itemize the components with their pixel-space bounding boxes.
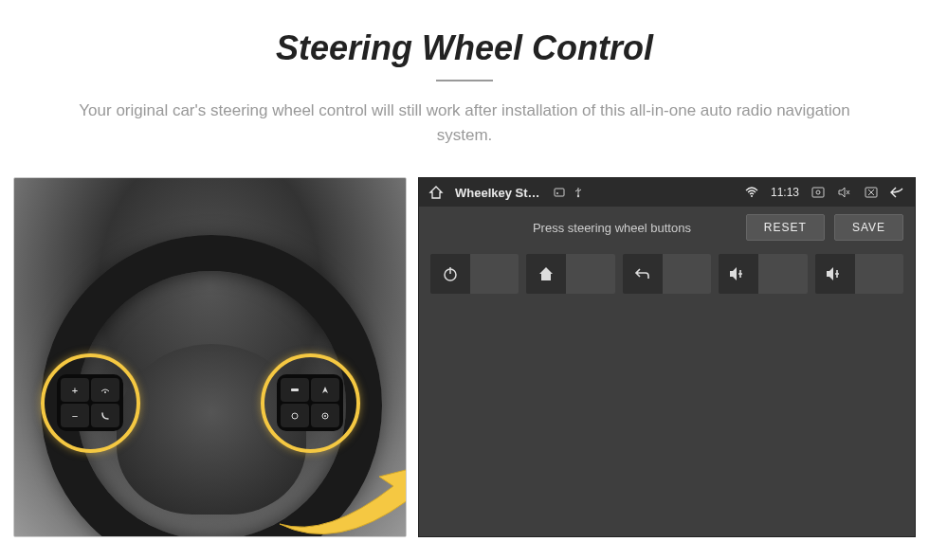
home-key-icon: [526, 254, 566, 294]
key-row: [419, 248, 915, 299]
wifi-icon: [744, 185, 759, 200]
head-unit-screen: Wheelkey St… 11:13: [418, 177, 916, 537]
key-assignment-empty: [758, 254, 807, 294]
key-slot-volume-a[interactable]: [719, 254, 807, 294]
page-subtitle: Your original car's steering wheel contr…: [76, 99, 853, 147]
key-slot-power[interactable]: [430, 254, 519, 294]
svg-point-6: [556, 192, 558, 194]
save-button[interactable]: SAVE: [834, 214, 903, 241]
media-icon: [552, 185, 567, 200]
content-row: + −: [0, 166, 929, 545]
page-title: Steering Wheel Control: [38, 28, 891, 68]
mute-icon[interactable]: [837, 185, 852, 200]
svg-point-10: [816, 190, 820, 194]
highlight-circle-left: [41, 353, 140, 453]
screenshot-icon[interactable]: [811, 185, 826, 200]
svg-rect-5: [555, 189, 564, 196]
status-right: 11:13: [744, 185, 905, 200]
highlight-circle-right: [261, 353, 360, 453]
close-app-icon[interactable]: [864, 185, 879, 200]
power-icon: [430, 254, 470, 294]
key-slot-back[interactable]: [623, 254, 711, 294]
panel-body-empty: [419, 299, 915, 536]
back-key-icon: [623, 254, 663, 294]
svg-point-8: [751, 195, 753, 197]
key-assignment-empty: [470, 254, 519, 294]
arrow-icon: [270, 458, 407, 537]
app-title: Wheelkey St…: [455, 186, 540, 200]
instruction-bar: Press steering wheel buttons RESET SAVE: [419, 207, 915, 248]
home-icon[interactable]: [428, 185, 444, 200]
clock-time: 11:13: [771, 186, 799, 199]
title-divider: [436, 80, 493, 81]
instruction-text: Press steering wheel buttons: [430, 221, 737, 235]
status-bar: Wheelkey St… 11:13: [419, 178, 915, 207]
back-nav-icon[interactable]: [890, 185, 905, 200]
volume-up-icon: [719, 254, 758, 294]
key-slot-volume-b[interactable]: [815, 254, 903, 294]
steering-wheel-photo: + −: [13, 177, 407, 537]
svg-rect-9: [812, 188, 824, 197]
svg-point-7: [576, 195, 578, 197]
status-left: Wheelkey St…: [428, 185, 586, 200]
key-assignment-empty: [663, 254, 711, 294]
header-section: Steering Wheel Control Your original car…: [0, 0, 929, 166]
key-slot-home[interactable]: [526, 254, 614, 294]
reset-button[interactable]: RESET: [746, 214, 825, 241]
key-assignment-empty: [855, 254, 903, 294]
volume-up-icon: [815, 254, 855, 294]
key-assignment-empty: [566, 254, 614, 294]
usb-icon: [571, 185, 586, 200]
status-icons-small: [552, 185, 586, 200]
